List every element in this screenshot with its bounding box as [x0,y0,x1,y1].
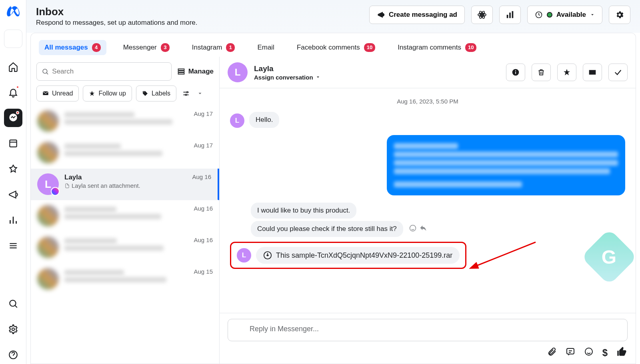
conversation-item[interactable]: Aug 16 [31,232,219,263]
svg-rect-14 [178,69,184,70]
attachment-highlight: L This sample-TcnXdQ5cjqnNpt49VxN9-22100… [230,242,466,269]
conversation-name: Layla [64,173,186,181]
mail-button[interactable] [583,64,602,81]
tab-email[interactable]: Email [252,40,280,55]
conversation-item[interactable]: Aug 17 [31,105,219,137]
conversation-item[interactable]: Aug 16 [31,200,219,232]
stats-icon-button[interactable] [499,6,521,24]
tab-label: Instagram [192,44,222,52]
conversation-date: Aug 17 [194,142,213,149]
search-icon [42,68,49,76]
conversation-date: Aug 16 [192,173,211,180]
availability-label: Available [556,11,586,19]
reply-input[interactable]: Reply in Messenger... [228,319,628,341]
assign-conversation[interactable]: Assign conversation [254,74,320,81]
svg-rect-15 [178,71,184,72]
like-icon[interactable] [616,346,628,360]
svg-point-18 [185,94,186,95]
svg-rect-20 [515,72,516,74]
filter-labels[interactable]: Labels [136,86,176,101]
create-ad-label: Create messaging ad [389,11,457,19]
tab-messenger[interactable]: Messenger3 [118,40,175,55]
svg-point-13 [43,69,47,74]
engage-icon[interactable] [4,160,22,178]
inbox-icon[interactable] [4,109,22,127]
insights-icon[interactable] [4,211,22,229]
search-icon[interactable] [4,294,22,313]
filter-more[interactable] [196,86,204,101]
filter-unread-label: Unread [52,90,73,97]
notifications-icon[interactable] [4,83,22,101]
manage-button[interactable]: Manage [177,68,214,76]
info-button[interactable] [506,64,525,81]
tab-label: All messages [44,44,88,52]
tab-label: Instagram comments [398,44,461,52]
search-input[interactable] [52,68,166,76]
svg-rect-1 [10,140,16,147]
conversation-avatar [37,142,59,163]
conversation-text [64,205,188,219]
tab-instagram[interactable]: Instagram1 [186,40,241,55]
help-icon[interactable] [4,346,22,364]
tab-facebook-comments[interactable]: Facebook comments10 [291,40,381,55]
tab-instagram-comments[interactable]: Instagram comments10 [392,40,482,55]
ads-icon[interactable] [4,185,22,204]
menu-icon[interactable] [4,237,22,255]
settings-icon[interactable] [4,320,22,338]
conversation-date: Aug 16 [194,205,213,212]
tab-label: Messenger [123,44,157,52]
reply-icon[interactable] [419,224,427,232]
msg-text: Hello. [249,112,279,128]
conversation-date: Aug 15 [194,268,213,275]
gear-icon-button[interactable] [609,6,630,24]
saved-reply-icon[interactable] [566,347,575,359]
conversation-preview: Layla sent an attachment. [64,182,186,189]
meta-logo[interactable] [5,4,21,22]
svg-rect-10 [509,13,511,18]
create-messaging-ad-button[interactable]: Create messaging ad [369,6,465,24]
filter-unread[interactable]: Unread [36,86,79,101]
delete-button[interactable] [532,64,551,81]
status-dot [547,12,552,18]
conversation-text [64,110,188,125]
messages-scroll[interactable]: Aug 16, 2023, 5:50 PM L Hello. I wo [220,88,636,313]
home-icon[interactable] [4,58,22,76]
emoji-icon[interactable] [584,347,594,359]
svg-point-21 [515,70,516,71]
posts-icon[interactable] [4,134,22,153]
account-switcher[interactable] [4,30,22,48]
chat-contact-name: Layla [254,64,320,73]
conversation-avatar [37,110,59,132]
tab-label: Facebook comments [297,44,360,52]
conversation-avatar [37,237,59,258]
conversation-item[interactable]: Aug 17 [31,137,219,169]
conversation-avatar [37,205,59,227]
tab-badge: 3 [161,43,170,52]
chat-header: L Layla Assign conversation [220,57,636,88]
attach-icon[interactable] [547,347,557,359]
conversation-avatar [37,268,59,290]
attachment-bubble[interactable]: This sample-TcnXdQ5cjqnNpt49VxN9-22100-2… [256,247,460,264]
search-input-wrapper[interactable] [36,62,172,81]
download-icon [263,251,272,260]
conversation-item[interactable]: LLaylaLayla sent an attachment.Aug 16 [31,169,219,200]
star-icon [89,90,95,97]
atom-icon-button[interactable] [471,6,493,24]
smile-icon[interactable] [409,224,417,232]
reply-toolbar: $ [228,346,628,360]
star-button[interactable] [557,64,576,81]
chat-avatar: L [228,62,248,82]
payment-icon[interactable]: $ [602,347,608,358]
msg-avatar: L [237,248,251,263]
conversation-scroll[interactable]: Aug 17Aug 17LLaylaLayla sent an attachme… [31,105,219,364]
filter-sort[interactable] [180,86,192,101]
page-title: Inbox [36,6,198,18]
done-button[interactable] [608,64,628,81]
attachment-filename: This sample-TcnXdQ5cjqnNpt49VxN9-22100-2… [276,251,452,260]
svg-point-17 [187,91,188,93]
conversation-item[interactable]: Aug 15 [31,263,219,295]
tab-badge: 4 [92,43,101,52]
filter-followup[interactable]: Follow up [83,86,132,101]
tab-all-messages[interactable]: All messages4 [39,40,106,55]
availability-dropdown[interactable]: Available [527,6,602,24]
